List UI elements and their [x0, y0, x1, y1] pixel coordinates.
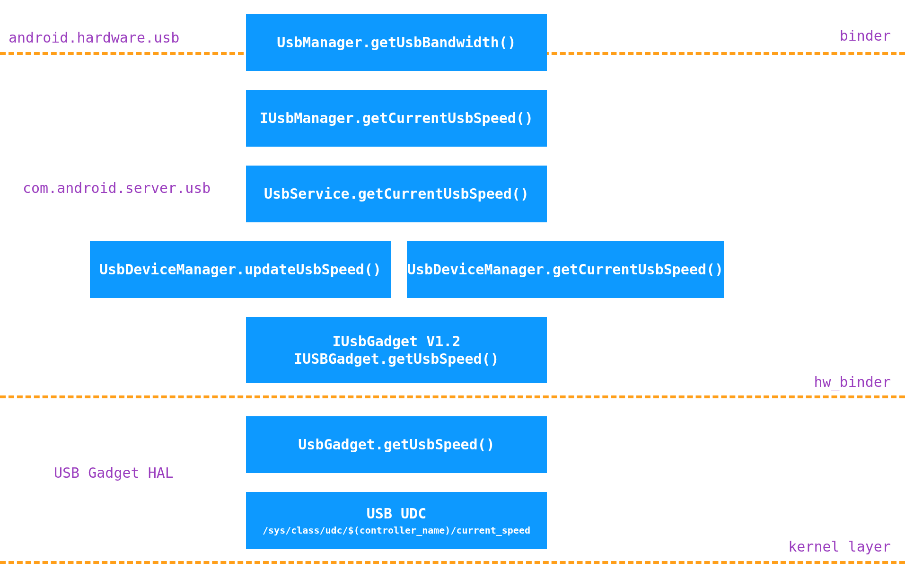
box-text: IUsbManager.getCurrentUsbSpeed() [260, 109, 533, 127]
box-iusbgadget-v12: IUsbGadget V1.2 IUSBGadget.getUsbSpeed() [246, 317, 547, 383]
box-text: UsbService.getCurrentUsbSpeed() [264, 185, 529, 203]
divider-kernel [0, 561, 905, 564]
label-com-android-server-usb: com.android.server.usb [23, 180, 211, 196]
label-hw-binder: hw_binder [814, 374, 891, 390]
label-android-hardware-usb: android.hardware.usb [9, 29, 179, 46]
divider-hwbinder [0, 395, 905, 398]
label-usb-gadget-hal: USB Gadget HAL [54, 465, 174, 481]
box-text: UsbDeviceManager.getCurrentUsbSpeed() [407, 261, 723, 279]
box-text: UsbGadget.getUsbSpeed() [298, 436, 494, 454]
label-binder: binder [840, 27, 891, 44]
box-usb-udc: USB UDC /sys/class/udc/$(controller_name… [246, 492, 547, 549]
box-usbmanager-getusbbandwidth: UsbManager.getUsbBandwidth() [246, 14, 547, 71]
box-usbdevicemanager-updateusbspeed: UsbDeviceManager.updateUsbSpeed() [90, 241, 391, 298]
box-iusbmanager-getcurrentusbspeed: IUsbManager.getCurrentUsbSpeed() [246, 90, 547, 147]
box-text-line1: USB UDC [367, 505, 426, 523]
box-usbdevicemanager-getcurrentusbspeed: UsbDeviceManager.getCurrentUsbSpeed() [407, 241, 724, 298]
box-usbgadget-getusbspeed: UsbGadget.getUsbSpeed() [246, 416, 547, 473]
box-usbservice-getcurrentusbspeed: UsbService.getCurrentUsbSpeed() [246, 166, 547, 222]
box-text-line2: /sys/class/udc/$(controller_name)/curren… [263, 525, 530, 536]
box-text-line1: IUsbGadget V1.2 [333, 333, 461, 351]
label-kernel-layer: kernel layer [788, 538, 891, 555]
box-text-line2: IUSBGadget.getUsbSpeed() [294, 350, 499, 368]
box-text: UsbManager.getUsbBandwidth() [277, 34, 516, 52]
divider-binder-right [535, 52, 905, 55]
box-text: UsbDeviceManager.updateUsbSpeed() [99, 261, 381, 279]
divider-binder-left [0, 52, 244, 55]
